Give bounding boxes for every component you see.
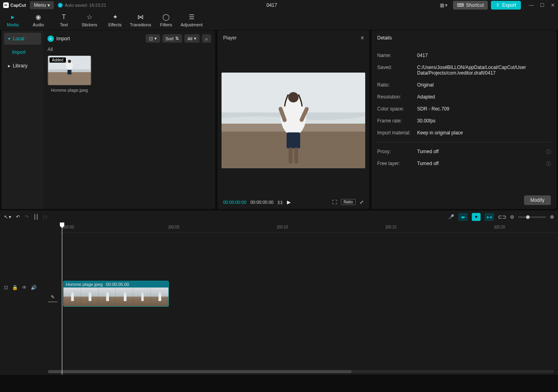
media-section-label: All — [47, 47, 211, 52]
lock-icon[interactable]: 🔒 — [12, 285, 18, 290]
audio-icon: ◉ — [36, 13, 41, 21]
svg-rect-5 — [67, 70, 71, 75]
menu-icon[interactable]: ≡ — [361, 35, 364, 41]
details-panel: Details Name:0417 Saved:C:/Users/JoséBIL… — [372, 30, 556, 209]
sort-button[interactable]: Sort⇅ — [162, 34, 182, 43]
speaker-icon[interactable]: 🔊 — [31, 285, 37, 290]
sidebar-import[interactable]: Import — [4, 46, 41, 58]
mode-3[interactable]: ▸◂ — [485, 213, 494, 221]
detail-value: 30.00fps — [417, 118, 551, 124]
media-item[interactable]: Added Homme plage.jpeg — [47, 55, 91, 93]
player-viewport[interactable] — [218, 45, 369, 195]
main-area: ▾Local Import ▸Library + Import ◫▾ Sort⇅… — [0, 30, 558, 209]
export-label: Export — [502, 2, 516, 8]
tab-text[interactable]: TText — [51, 10, 77, 30]
chevron-down-icon: ▾ — [9, 214, 11, 220]
expand-icon[interactable]: ⊡ — [4, 285, 8, 290]
svg-rect-15 — [289, 148, 293, 163]
view-mode-button[interactable]: ◫▾ — [146, 34, 160, 43]
mode-1[interactable]: ◂▸ — [458, 213, 468, 221]
import-button[interactable]: + Import — [47, 35, 70, 42]
info-icon[interactable]: ⓘ — [546, 149, 551, 156]
shortcut-button[interactable]: ⌨ Shortcut — [453, 1, 488, 10]
clip-duration: 00:00:05:00 — [106, 282, 129, 287]
split-tool[interactable]: ⎮⎮ — [34, 214, 38, 220]
tab-stickers[interactable]: ☆Stickers — [77, 10, 102, 30]
zoom-slider[interactable] — [518, 217, 546, 218]
info-icon[interactable]: ⓘ — [546, 161, 551, 167]
close-button[interactable]: ✕ — [551, 2, 555, 8]
plus-icon: + — [47, 35, 54, 42]
thumbnail-image: Added — [47, 55, 91, 85]
filters-icon: ◯ — [162, 13, 170, 21]
tab-effects[interactable]: ✦Effects — [102, 10, 128, 30]
cut-tool[interactable]: ⊏⊐ — [498, 214, 506, 220]
timeline-ruler[interactable]: |00:00 |00:05 |00:10 |00:15 |00:20 — [60, 223, 558, 233]
detail-value: SDR - Rec.709 — [417, 106, 551, 112]
timeline[interactable]: |00:00 |00:05 |00:10 |00:15 |00:20 ⊡ 🔒 👁… — [0, 223, 558, 375]
sidebar-local[interactable]: ▾Local — [4, 33, 41, 45]
chevron-down-icon: ▾ — [154, 36, 157, 41]
zoom-out-button[interactable]: ⊖ — [510, 214, 514, 220]
media-panel: ▾Local Import ▸Library + Import ◫▾ Sort⇅… — [2, 30, 215, 209]
tab-label: Stickers — [81, 22, 97, 27]
minimize-button[interactable]: ― — [529, 2, 534, 8]
track-controls: ⊡ 🔒 👁 🔊 — [4, 285, 37, 290]
detail-label: Name: — [377, 53, 417, 58]
top-tabs: ▸Media ◉Audio TText ☆Stickers ✦Effects ⋈… — [0, 10, 558, 30]
mode-2[interactable]: ✦ — [472, 213, 481, 221]
ratio-button[interactable]: Ratio — [341, 199, 356, 205]
record-button[interactable]: 🎤 — [448, 214, 454, 220]
modify-button[interactable]: Modify — [524, 195, 551, 205]
time-total: 00:00:05:00 — [250, 200, 273, 205]
search-button[interactable]: ⌕ — [202, 34, 211, 43]
track-area: ⊡ 🔒 👁 🔊 ✎ Homme plage.jpeg 00:00:05:00 — [0, 281, 558, 360]
zoom-in-button[interactable]: ⊕ — [550, 214, 554, 220]
tab-audio[interactable]: ◉Audio — [26, 10, 51, 30]
sidebar-library[interactable]: ▸Library — [4, 60, 41, 72]
ruler-mark: |00:00 — [63, 225, 74, 229]
crop-tool[interactable]: ◻ — [43, 214, 47, 220]
crop-icon[interactable]: ⛶ — [332, 199, 337, 205]
added-badge: Added — [49, 57, 66, 63]
player-controls-right: ⛶ Ratio ⤢ — [332, 199, 364, 205]
tab-transitions[interactable]: ⋈Transitions — [128, 10, 153, 30]
text-icon: T — [62, 14, 66, 21]
zoom-thumb[interactable] — [526, 215, 530, 219]
svg-point-4 — [68, 60, 71, 63]
layout-icon: ▦ — [440, 2, 444, 8]
playhead[interactable] — [62, 223, 62, 375]
clip-header: Homme plage.jpeg 00:00:05:00 — [63, 281, 168, 288]
detail-framerate: Frame rate:30.00fps — [377, 115, 551, 127]
play-button[interactable]: ▶ — [287, 199, 291, 205]
tab-media[interactable]: ▸Media — [0, 10, 26, 30]
filter-all-button[interactable]: All▾ — [184, 34, 200, 43]
player-title: Player — [223, 35, 237, 41]
compare-icon[interactable]: ▮▮ — [277, 199, 283, 205]
sidebar-label: Import — [12, 49, 26, 55]
track-edit-button[interactable]: ✎ — [48, 293, 57, 302]
redo-button[interactable]: ↷ — [25, 214, 29, 220]
layout-button[interactable]: ▦ ▾ — [437, 2, 450, 9]
eye-icon[interactable]: 👁 — [22, 285, 27, 290]
fullscreen-icon[interactable]: ⤢ — [360, 199, 364, 205]
timeline-clip[interactable]: Homme plage.jpeg 00:00:05:00 — [63, 281, 169, 307]
maximize-button[interactable]: ☐ — [540, 2, 544, 8]
media-toolbar: + Import ◫▾ Sort⇅ All▾ ⌕ — [47, 34, 211, 43]
clip-frame — [63, 288, 81, 307]
media-toolbar-right: ◫▾ Sort⇅ All▾ ⌕ — [146, 34, 211, 43]
clip-frame — [151, 288, 168, 307]
tab-adjustment[interactable]: ☰Adjustment — [179, 10, 204, 30]
clip-frame — [116, 288, 133, 307]
undo-button[interactable]: ↶ — [16, 214, 20, 220]
menu-button[interactable]: Menu ▾ — [30, 1, 54, 9]
export-button[interactable]: ⇧ Export — [491, 1, 521, 10]
effects-icon: ✦ — [113, 13, 118, 21]
timeline-toolbar-right: 🎤 ◂▸ ✦ ▸◂ ⊏⊐ ⊖ ⊕ — [448, 213, 554, 221]
filter-label: All — [188, 36, 192, 41]
media-icon: ▸ — [11, 13, 14, 21]
timeline-scrollbar[interactable] — [48, 370, 554, 373]
tab-filters[interactable]: ◯Filters — [153, 10, 179, 30]
select-tool[interactable]: ↖ ▾ — [4, 214, 11, 220]
scrollbar-thumb[interactable] — [48, 370, 352, 373]
